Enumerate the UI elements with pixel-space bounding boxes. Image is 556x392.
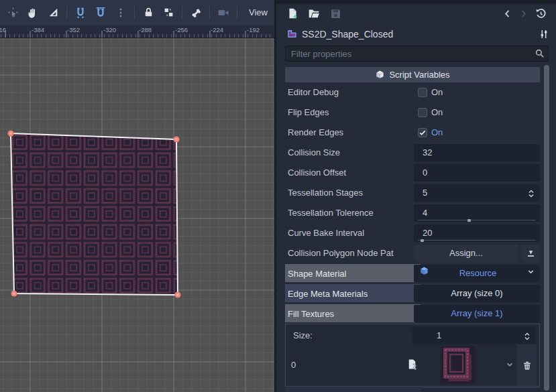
fill-textures-array-field[interactable]: Array (size 1) xyxy=(414,305,540,322)
field-value: 4 xyxy=(423,208,427,218)
property-row-curve-bake-interval: Curve Bake Interval 20 xyxy=(276,223,556,243)
point-handle xyxy=(11,290,17,296)
property-label: Edge Meta Materials xyxy=(288,284,407,304)
property-label: Render Edges xyxy=(288,123,407,142)
label-highlight: Shape Material xyxy=(285,264,421,282)
resource-cube-icon xyxy=(419,265,429,282)
history-forward-icon[interactable] xyxy=(515,5,531,21)
slider-grabber[interactable] xyxy=(467,219,471,222)
open-resource-icon[interactable] xyxy=(306,5,322,21)
inspector-panel: SS2D_Shape_Closed Script Variables Edito… xyxy=(276,0,556,392)
property-label: Curve Bake Interval xyxy=(288,223,407,243)
property-label: Tessellation Tolerence xyxy=(288,203,407,222)
section-header-label: Script Variables xyxy=(389,70,449,80)
save-resource-icon[interactable] xyxy=(327,5,343,21)
skeleton-options-icon[interactable] xyxy=(186,3,206,23)
new-resource-icon[interactable] xyxy=(284,5,300,21)
grid-snap-icon[interactable] xyxy=(91,3,111,23)
slider-grabber[interactable] xyxy=(421,239,424,242)
smart-snap-icon[interactable] xyxy=(70,3,91,23)
extra-resource-options-icon[interactable] xyxy=(539,29,549,42)
property-row-shape-material: Shape Material Resource xyxy=(276,263,556,283)
next-property-row-cutoff xyxy=(285,387,421,392)
field-value: 0 xyxy=(423,168,427,178)
property-row-tessellation-stages: Tessellation Stages 5 xyxy=(276,183,556,203)
edited-object-name: SS2D_Shape_Closed xyxy=(302,29,393,40)
next-property-field-cutoff xyxy=(421,387,540,392)
slider-track[interactable] xyxy=(418,240,536,241)
checkbox-editor-debug[interactable] xyxy=(418,88,427,97)
group-node-icon[interactable] xyxy=(158,3,178,23)
property-row-tessellation-tolerence: Tessellation Tolerence 4 xyxy=(276,203,556,223)
property-label: Tessellation Stages xyxy=(288,183,407,202)
chevron-down-icon xyxy=(526,265,535,282)
property-row-render-edges: Render Edges On xyxy=(276,123,556,143)
point-handle xyxy=(174,291,180,298)
chevron-down-icon[interactable] xyxy=(505,360,514,371)
resource-name: Resource xyxy=(429,265,526,282)
property-row-collision-polygon-node-path: Collision Polygon Node Pat Assign... xyxy=(276,243,556,263)
toolbar-separator xyxy=(134,6,135,19)
property-label: Collision Size xyxy=(288,143,407,162)
history-back-icon[interactable] xyxy=(499,5,515,21)
camera-override-icon[interactable] xyxy=(213,3,233,23)
checkbox-flip-edges[interactable] xyxy=(418,108,427,117)
array-size-row: Size: 1 xyxy=(286,326,539,344)
script-variables-icon xyxy=(375,70,385,80)
shape-material-resource-field[interactable]: Resource xyxy=(414,265,540,282)
filter-properties-input[interactable] xyxy=(285,46,549,62)
field-value: 32 xyxy=(423,147,432,157)
section-header-script-variables[interactable]: Script Variables xyxy=(285,67,540,82)
checkbox-render-edges[interactable] xyxy=(418,128,427,137)
tessellation-tolerence-field[interactable]: 4 xyxy=(414,204,540,222)
trash-icon xyxy=(522,360,533,371)
array-item-index: 0 xyxy=(291,344,296,386)
edge-meta-materials-array-field[interactable]: Array (size 0) xyxy=(414,285,540,302)
ruler-label: -256 xyxy=(175,26,188,34)
canvas-toolbar: View xyxy=(0,0,276,25)
property-label: Flip Edges xyxy=(288,103,407,122)
edit-history-icon[interactable] xyxy=(533,5,549,21)
collision-offset-field[interactable]: 0 xyxy=(414,164,540,182)
array-value: Array (size 0) xyxy=(414,285,540,302)
toolbar-separator xyxy=(66,6,67,19)
check-icon xyxy=(419,129,427,137)
inspector-scrollbar[interactable] xyxy=(544,65,549,391)
select-tool-icon[interactable] xyxy=(3,3,23,23)
curve-bake-interval-field[interactable]: 20 xyxy=(414,224,540,242)
property-row-collision-offset: Collision Offset 0 xyxy=(276,163,556,183)
array-item-row: 0 xyxy=(286,344,539,386)
toolbar-separator xyxy=(237,6,237,19)
point-handle xyxy=(173,136,179,142)
godot-editor-window: View -416 -384 -352 -320 -288 -256 -224 … xyxy=(0,0,556,392)
collision-size-field[interactable]: 32 xyxy=(414,144,540,161)
ruler-label: -352 xyxy=(67,26,80,34)
snap-options-icon[interactable] xyxy=(111,3,131,23)
checkbox-text: On xyxy=(431,82,443,103)
ruler-label: -288 xyxy=(139,26,152,34)
array-size-label: Size: xyxy=(293,326,313,344)
ruler-label: -192 xyxy=(247,26,260,34)
pick-node-icon[interactable] xyxy=(521,245,540,262)
assign-node-path-button[interactable]: Assign... xyxy=(414,245,518,262)
pan-tool-icon[interactable] xyxy=(23,3,43,23)
array-size-field[interactable]: 1 xyxy=(412,327,536,344)
property-row-fill-textures: Fill Textures Array (size 1) xyxy=(276,304,556,324)
array-editor-panel: Size: 1 0 xyxy=(285,324,540,387)
property-label: Collision Polygon Node Pat xyxy=(288,243,407,263)
label-highlight: Fill Textures xyxy=(285,304,421,322)
slider-track[interactable] xyxy=(418,220,536,220)
tessellation-stages-field[interactable]: 5 xyxy=(414,184,540,202)
edit-texture-icon[interactable] xyxy=(406,358,418,372)
ruler-tool-icon[interactable] xyxy=(43,3,63,23)
view-menu[interactable]: View xyxy=(241,7,276,17)
ruler-label: -224 xyxy=(211,26,223,34)
property-label: Shape Material xyxy=(288,264,407,283)
property-label: Fill Textures xyxy=(288,304,407,324)
delete-item-button[interactable] xyxy=(517,344,537,386)
shape-polygon-layer xyxy=(0,38,276,392)
node-type-icon xyxy=(286,27,298,41)
texture-preview[interactable] xyxy=(441,346,475,386)
property-label: Editor Debug xyxy=(288,82,407,102)
lock-node-icon[interactable] xyxy=(138,3,158,23)
